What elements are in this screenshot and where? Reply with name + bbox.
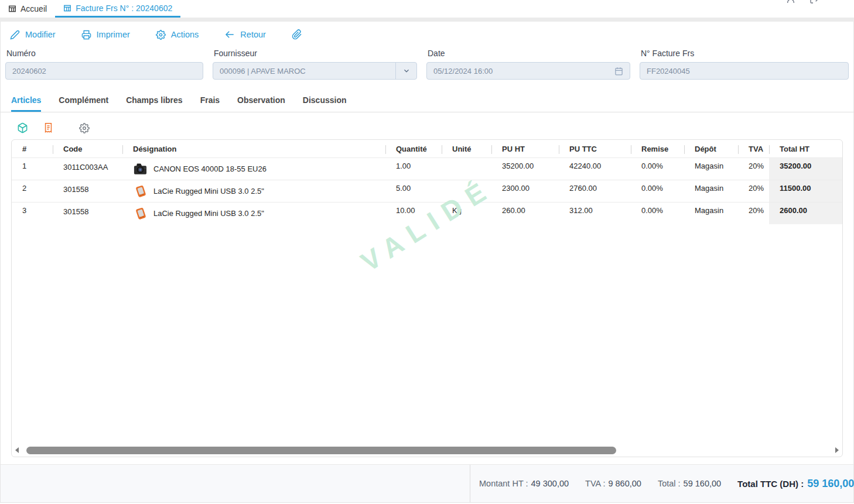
column-header: Quantité	[385, 145, 442, 153]
actions-button[interactable]: Actions	[156, 30, 199, 40]
cell-pu-ht: 260.00	[491, 203, 559, 224]
cell-remise: 0.00%	[631, 203, 684, 224]
tab-facture[interactable]: Facture Frs N° : 20240602	[55, 0, 180, 18]
tva-label: TVA :	[585, 479, 605, 488]
cell-code: 3011C003AA	[53, 158, 122, 180]
column-header: Code	[53, 145, 122, 153]
field-fournisseur: Fournisseur 000096 | APAVE MAROC	[213, 47, 417, 80]
numero-label: Numéro	[6, 49, 203, 58]
cell-num: 2	[12, 180, 53, 202]
tab-frais[interactable]: Frais	[200, 88, 220, 112]
imprimer-label: Imprimer	[97, 30, 130, 39]
cell-qty: 10.00	[385, 203, 442, 224]
window-tab-bar: Accueil Facture Frs N° : 20240602	[0, 0, 854, 18]
horizontal-scrollbar[interactable]	[14, 445, 840, 455]
facture-frs-input[interactable]: FF20240045	[640, 62, 849, 80]
column-header: PU HT	[491, 145, 559, 153]
column-header: #	[12, 145, 53, 153]
gear-icon	[156, 30, 166, 40]
tab-observation[interactable]: Observation	[237, 88, 285, 112]
tab-accueil-label: Accueil	[21, 4, 47, 13]
scroll-left-arrow[interactable]	[14, 447, 20, 453]
numero-value: 20240602	[12, 67, 46, 76]
cell-unit	[442, 180, 491, 202]
cell-designation: LaCie Rugged Mini USB 3.0 2.5"	[122, 180, 385, 202]
modifier-button[interactable]: Modifier	[10, 30, 56, 40]
detail-tabs: Articles Complément Champs libres Frais …	[1, 88, 853, 112]
user-icon[interactable]	[786, 0, 795, 6]
total-ttc: Total TTC (DH) :59 160,00	[737, 478, 854, 490]
logout-icon[interactable]	[809, 0, 819, 6]
product-name: LaCie Rugged Mini USB 3.0 2.5"	[153, 187, 264, 196]
settings-gear-icon[interactable]	[79, 123, 90, 133]
pencil-icon	[10, 30, 20, 40]
table-row[interactable]: 3 301558 LaCie Rugged Mini USB 3.0 2.5" …	[12, 202, 842, 224]
header-fields: Numéro 20240602 Fournisseur 000096 | APA…	[1, 46, 853, 88]
cell-unit: Kg	[442, 203, 491, 224]
scrollbar-track[interactable]	[23, 447, 831, 454]
toolbar: Modifier Imprimer Actions Retour	[1, 22, 853, 46]
calendar-icon[interactable]	[614, 67, 623, 76]
cell-code: 301558	[53, 180, 122, 202]
date-label: Date	[428, 49, 630, 58]
product-name: CANON EOS 4000D 18-55 EU26	[153, 165, 267, 174]
cell-total-ht: 35200.00	[769, 158, 842, 180]
table-row[interactable]: 2 301558 LaCie Rugged Mini USB 3.0 2.5" …	[12, 180, 842, 202]
grid-icon	[63, 4, 71, 12]
retour-label: Retour	[240, 30, 266, 39]
tab-discussion[interactable]: Discussion	[303, 88, 347, 112]
column-header: Unité	[442, 145, 491, 153]
retour-button[interactable]: Retour	[224, 29, 266, 40]
tab-complement[interactable]: Complément	[59, 88, 108, 112]
montant-ht-label: Montant HT :	[479, 479, 528, 488]
box-icon[interactable]	[17, 122, 28, 133]
cell-total-ht: 2600.00	[769, 203, 842, 224]
cell-code: 301558	[53, 203, 122, 224]
column-header: Dépôt	[684, 145, 738, 153]
date-value: 05/12/2024 16:00	[433, 67, 493, 76]
table-header: # Code Désignation Quantité Unité PU HT …	[12, 140, 842, 157]
cell-depot: Magasin	[684, 158, 738, 180]
cell-pu-ttc: 312.00	[559, 203, 631, 224]
cell-num: 1	[12, 158, 53, 180]
tab-champs-libres[interactable]: Champs libres	[126, 88, 182, 112]
chevron-down-icon[interactable]	[395, 63, 416, 79]
drive-thumbnail	[133, 184, 148, 199]
fournisseur-select[interactable]: 000096 | APAVE MAROC	[213, 62, 417, 80]
cell-remise: 0.00%	[631, 158, 684, 180]
cell-pu-ht: 35200.00	[491, 158, 559, 180]
scrollbar-thumb[interactable]	[26, 447, 616, 454]
cell-depot: Magasin	[684, 180, 738, 202]
table-row[interactable]: 1 3011C003AA CANON EOS 4000D 18-55 EU26 …	[12, 157, 842, 180]
tva-value: 9 860,00	[608, 479, 641, 488]
total-label: Total :	[658, 479, 681, 488]
table-actions	[1, 112, 853, 139]
articles-table: # Code Désignation Quantité Unité PU HT …	[11, 139, 843, 457]
scroll-right-arrow[interactable]	[834, 447, 840, 453]
cell-qty: 1.00	[385, 158, 442, 180]
tab-articles[interactable]: Articles	[11, 88, 41, 112]
invoice-panel: Modifier Imprimer Actions Retour	[0, 21, 854, 503]
montant-ht-value: 49 300,00	[531, 479, 569, 488]
totals-block: Montant HT :49 300,00 TVA :9 860,00 Tota…	[470, 465, 853, 502]
grid-icon	[8, 5, 16, 13]
tab-accueil[interactable]: Accueil	[0, 0, 55, 18]
date-input[interactable]: 05/12/2024 16:00	[426, 62, 630, 80]
fournisseur-value: 000096 | APAVE MAROC	[220, 67, 306, 76]
field-numero: Numéro 20240602	[5, 47, 203, 80]
imprimer-button[interactable]: Imprimer	[81, 30, 130, 40]
total: Total :59 160,00	[658, 479, 721, 488]
numero-input[interactable]: 20240602	[5, 62, 203, 80]
cell-tva: 20%	[738, 158, 769, 180]
tva-total: TVA :9 860,00	[585, 479, 641, 488]
cell-tva: 20%	[738, 180, 769, 202]
cell-designation: CANON EOS 4000D 18-55 EU26	[122, 158, 385, 180]
total-ttc-value: 59 160,00	[807, 478, 854, 489]
attachment-button[interactable]	[292, 29, 302, 40]
montant-ht: Montant HT :49 300,00	[479, 479, 569, 488]
receipt-icon[interactable]	[43, 122, 53, 133]
cell-tva: 20%	[738, 203, 769, 224]
total-ttc-label: Total TTC (DH) :	[737, 479, 804, 489]
product-name: LaCie Rugged Mini USB 3.0 2.5"	[153, 210, 264, 218]
field-date: Date 05/12/2024 16:00	[426, 47, 630, 80]
